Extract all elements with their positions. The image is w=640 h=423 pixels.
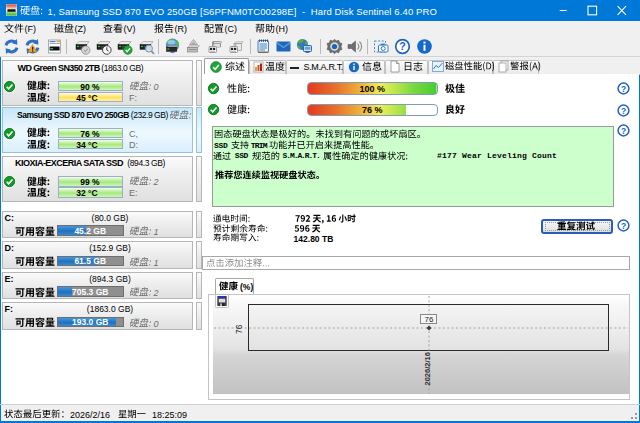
svg-text:?: ? <box>621 126 626 136</box>
svg-text:?: ? <box>621 221 626 231</box>
svg-text:?: ? <box>621 105 626 115</box>
svg-text:?: ? <box>400 40 406 52</box>
svg-text:?: ? <box>621 84 626 94</box>
